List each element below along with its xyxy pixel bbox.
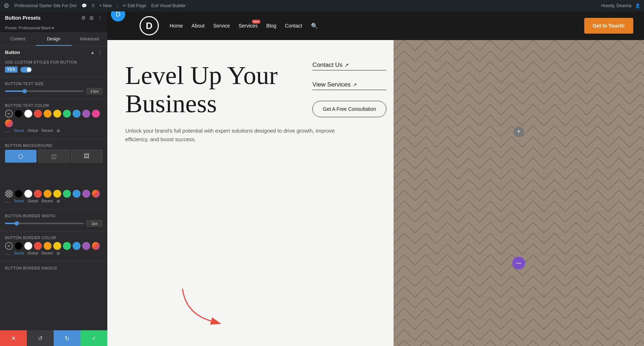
text-color-row: Button Text Color ✏ ··· Saved (0, 100, 107, 137)
nav-blog[interactable]: Blog (266, 23, 276, 29)
color-green[interactable] (63, 110, 71, 118)
collapse-icon[interactable]: ▲ (90, 50, 95, 55)
sidebar-bottom-bar: ✕ ↺ ↻ ✓ (0, 330, 107, 346)
bg-gradient-button[interactable]: ◫ (38, 150, 69, 163)
color-pink[interactable] (92, 110, 100, 118)
border-gradient[interactable] (92, 242, 100, 250)
border-yellow[interactable] (53, 242, 61, 250)
undo-button[interactable]: ↺ (27, 330, 54, 346)
color-yellow[interactable] (53, 110, 61, 118)
border-orange[interactable] (44, 242, 52, 250)
bg-orange[interactable] (44, 190, 52, 198)
border-swatch-dots[interactable]: ··· (5, 251, 10, 257)
more-icon[interactable]: ⋮ (97, 15, 102, 21)
nav-service[interactable]: Service (213, 23, 230, 29)
site-logo: D (140, 16, 159, 35)
border-picker-icon[interactable]: ✏ (5, 242, 13, 250)
text-size-value[interactable]: 14px (87, 88, 102, 94)
bg-swatch-dots[interactable]: ··· (5, 199, 10, 205)
text-color-swatches: ✏ (5, 110, 102, 127)
saved-label: Saved (14, 129, 24, 134)
exit-builder-link[interactable]: Exit Visual Builder (151, 3, 186, 8)
tab-content[interactable]: Content (0, 33, 36, 46)
bg-transparent[interactable] (5, 190, 13, 198)
confirm-button[interactable]: ✓ (80, 330, 107, 346)
comments-count: 0 (92, 3, 94, 8)
cancel-button[interactable]: ✕ (0, 330, 27, 346)
redo-button[interactable]: ↻ (54, 330, 80, 346)
bg-image-button[interactable]: 🖼 (71, 150, 102, 163)
border-white[interactable] (24, 242, 32, 250)
hero-image-area: + ••• (394, 40, 644, 346)
free-consultation-button[interactable]: Get A Free Consultation (312, 101, 386, 117)
swatch-dots[interactable]: ··· (5, 129, 10, 134)
edit-page-link[interactable]: ✏ Edit Page (123, 3, 146, 8)
search-icon[interactable]: 🔍 (311, 23, 318, 29)
swatch-gear-icon[interactable]: ⚙ (57, 129, 60, 134)
cancel-icon: ✕ (11, 335, 16, 342)
border-gear-icon[interactable]: ⚙ (57, 251, 60, 257)
color-white[interactable] (24, 110, 32, 118)
border-blue[interactable] (73, 242, 80, 250)
border-width-slider-row: 2px (5, 220, 102, 227)
site-nav: Home About Service Services New Blog Con… (170, 23, 577, 29)
color-orange[interactable] (44, 110, 52, 118)
border-width-label: Button Border Width (5, 214, 102, 218)
view-services-link[interactable]: View Services ↗ (312, 81, 386, 90)
nav-about[interactable]: About (191, 23, 205, 29)
color-black[interactable] (15, 110, 23, 118)
bg-red[interactable] (34, 190, 42, 198)
toggle-track[interactable] (20, 67, 32, 73)
bg-gradient-icon: ◫ (51, 153, 57, 160)
site-cta-button[interactable]: Get In Touch! (584, 18, 633, 34)
color-blue[interactable] (73, 110, 80, 118)
module-options-button[interactable]: ••• (512, 257, 525, 270)
bg-white[interactable] (24, 190, 32, 198)
divi-icon[interactable]: D (111, 11, 125, 21)
bg-black[interactable] (15, 190, 23, 198)
nav-contact[interactable]: Contact (285, 23, 302, 29)
border-green[interactable] (63, 242, 71, 250)
border-black[interactable] (15, 242, 23, 250)
add-module-button[interactable]: + (513, 127, 524, 137)
settings-icon[interactable]: ⚙ (81, 15, 86, 21)
site-header: D D Home About Service Services New B (107, 11, 644, 40)
border-width-row: Button Border Width 2px (0, 211, 107, 229)
bg-purple[interactable] (82, 190, 90, 198)
color-purple[interactable] (82, 110, 90, 118)
toggle-yes-button[interactable]: YES (5, 66, 18, 73)
text-size-slider[interactable] (5, 90, 84, 92)
nav-home[interactable]: Home (170, 23, 183, 29)
tab-design[interactable]: Design (36, 33, 72, 46)
color-gradient-icon[interactable] (5, 119, 13, 127)
color-red[interactable] (34, 110, 42, 118)
border-color-row: Button Border Color ✏ ··· Saved Gl (0, 233, 107, 260)
contact-us-link[interactable]: Contact Us ↗ (312, 61, 386, 70)
grid-icon[interactable]: ⊞ (89, 15, 94, 21)
bg-gradient[interactable] (92, 190, 100, 198)
border-red[interactable] (34, 242, 42, 250)
preset-label[interactable]: Preset: Professional Black ▾ (0, 24, 107, 33)
wp-admin-bar: ⚙ Professional Starter Site For Divi 💬 0… (0, 0, 644, 11)
bg-gear-icon[interactable]: ⚙ (57, 199, 60, 205)
bg-yellow[interactable] (53, 190, 61, 198)
bg-color-swatches (5, 190, 102, 198)
bg-green[interactable] (63, 190, 71, 198)
wp-logo-icon[interactable]: ⚙ (4, 2, 9, 10)
hero-subtitle: Unlock your brand's full potential with … (125, 127, 340, 144)
background-row: Button Background ⬡ ◫ 🖼 (0, 140, 107, 165)
bg-color-button[interactable]: ⬡ (5, 150, 36, 163)
background-label: Button Background (5, 143, 102, 148)
border-width-slider[interactable] (5, 223, 84, 224)
section-header-button: Button ▲ ⋮ (0, 46, 107, 57)
border-width-value[interactable]: 2px (87, 220, 102, 227)
color-picker-icon[interactable]: ✏ (5, 110, 13, 118)
section-more-icon[interactable]: ⋮ (98, 50, 102, 55)
site-name-link[interactable]: Professional Starter Site For Divi (14, 3, 77, 8)
bg-blue[interactable] (73, 190, 80, 198)
nav-services[interactable]: Services (239, 23, 258, 29)
new-link[interactable]: + New (99, 3, 112, 8)
undo-icon: ↺ (38, 335, 43, 342)
border-purple[interactable] (82, 242, 90, 250)
tab-advanced[interactable]: Advanced (72, 33, 107, 46)
